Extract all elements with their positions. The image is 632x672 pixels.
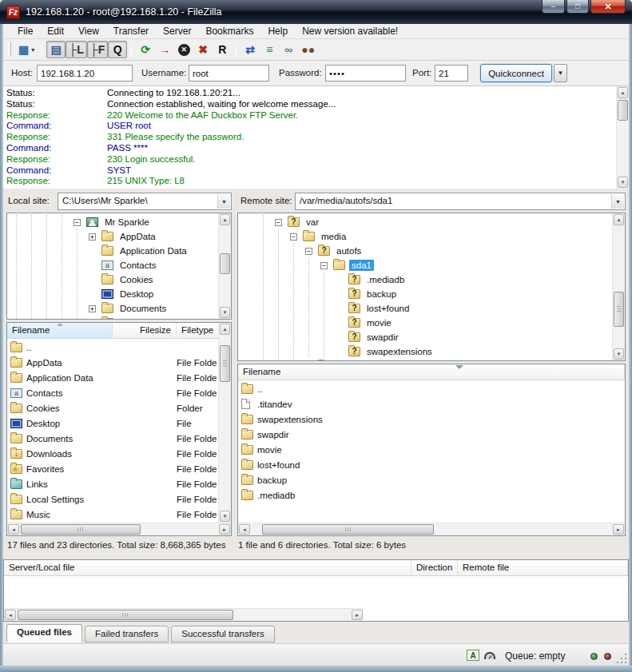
scroll-up-icon[interactable]: ▲: [220, 214, 230, 225]
queue-hscrollbar[interactable]: ◄ ►: [4, 608, 364, 621]
menu-new-version-available[interactable]: New version available!: [296, 25, 404, 38]
remote-list-hscrollbar[interactable]: ◄ ►: [238, 523, 625, 535]
file-row-links[interactable]: LinksFile Folder: [9, 476, 217, 491]
refresh-button[interactable]: ⟳: [136, 41, 155, 58]
chevron-down-icon[interactable]: ▼: [611, 194, 624, 209]
menu-help[interactable]: Help: [261, 25, 294, 38]
scroll-left-icon[interactable]: ◄: [8, 524, 19, 535]
local-site-combobox[interactable]: C:\Users\Mr Sparkle\ ▼: [58, 193, 232, 210]
local-tree-scrollbar[interactable]: ▲ ▼: [218, 213, 231, 319]
menu-file[interactable]: File: [11, 25, 39, 38]
chevron-down-icon[interactable]: ▼: [217, 194, 230, 209]
titlebar[interactable]: Fz 192.168.1.20 - root@192.168.1.20 - Fi…: [0, 0, 632, 24]
file-row-swapextensions[interactable]: swapextensions: [240, 412, 623, 427]
tree-item-cookies[interactable]: Cookies: [9, 272, 217, 287]
minus-expander-icon[interactable]: −: [275, 219, 282, 226]
compare-button[interactable]: ⇄: [240, 41, 260, 58]
tree-item-documents[interactable]: +Documents: [9, 301, 217, 316]
tree-item-movie[interactable]: movie: [256, 316, 610, 330]
file-row-music[interactable]: MusicFile Folder: [9, 507, 217, 522]
column-header-filename[interactable]: Filename: [7, 323, 113, 338]
file-row-application-data[interactable]: Application DataFile Folder: [9, 370, 217, 385]
find-button[interactable]: ●●: [298, 41, 318, 58]
toggle-queue-button[interactable]: Q: [108, 41, 127, 58]
local-list-hscrollbar[interactable]: ◄ ►: [7, 523, 231, 535]
scroll-down-icon[interactable]: ▼: [618, 177, 628, 188]
scroll-up-icon[interactable]: ▲: [220, 324, 230, 335]
close-button[interactable]: ✕: [590, 0, 626, 14]
file-row-favorites[interactable]: FavoritesFile Folder: [9, 461, 217, 476]
file-row-local-settings[interactable]: Local SettingsFile Folder: [9, 491, 217, 507]
scroll-down-icon[interactable]: ▼: [614, 348, 624, 360]
message-log-scrollbar[interactable]: ▲ ▼: [616, 86, 629, 189]
password-input[interactable]: [325, 65, 406, 82]
scrollbar-thumb[interactable]: [618, 100, 628, 121]
tab-successful-transfers[interactable]: Successful transfers: [171, 626, 275, 642]
column-header-filesize[interactable]: Filesize: [113, 323, 177, 338]
scrollbar-thumb[interactable]: [220, 253, 230, 274]
tree-item-autofs[interactable]: −autofs: [256, 244, 610, 258]
scroll-down-icon[interactable]: ▼: [220, 307, 230, 318]
menu-transfer[interactable]: Transfer: [107, 25, 155, 38]
scroll-left-icon[interactable]: ◄: [5, 610, 16, 620]
tree-item-sda1[interactable]: −sda1: [256, 258, 610, 272]
tree-item-desktop[interactable]: Desktop: [9, 287, 217, 301]
scroll-right-icon[interactable]: ►: [613, 524, 624, 535]
column-header-server-local-file[interactable]: Server/Local file: [4, 560, 411, 575]
menu-bookmarks[interactable]: Bookmarks: [199, 25, 260, 38]
local-list-scrollbar[interactable]: ▲ ▼: [218, 323, 231, 523]
tab-failed-transfers[interactable]: Failed transfers: [85, 626, 169, 642]
tree-item-mediadb[interactable]: .mediadb: [256, 272, 610, 287]
panel-collapse-icon[interactable]: [455, 365, 463, 369]
scrollbar-thumb[interactable]: [220, 345, 230, 382]
scroll-left-icon[interactable]: ◄: [239, 524, 250, 535]
toggle-message-log-button[interactable]: ▤: [46, 41, 66, 58]
plus-expander-icon[interactable]: +: [89, 305, 96, 312]
filter-button[interactable]: ≡: [260, 41, 279, 58]
tab-queued-files[interactable]: Queued files: [6, 624, 82, 642]
column-header-filename[interactable]: Filename: [238, 364, 625, 380]
tree-item-dvd[interactable]: dvd: [256, 359, 610, 361]
minus-expander-icon[interactable]: −: [290, 233, 297, 241]
tree-item-backup[interactable]: backup: [256, 287, 610, 301]
file-row-mediadb[interactable]: .mediadb: [240, 487, 623, 503]
username-input[interactable]: [189, 65, 269, 82]
remote-tree-scrollbar[interactable]: ▲ ▼: [612, 213, 625, 360]
minimize-button[interactable]: –: [542, 0, 565, 14]
menu-view[interactable]: View: [72, 25, 105, 38]
tree-item-swapextensions[interactable]: swapextensions: [256, 344, 610, 359]
tree-item-mr-sparkle[interactable]: −Mr Sparkle: [9, 215, 217, 229]
file-row-downloads[interactable]: DownloadsFile Folder: [9, 446, 217, 461]
minus-expander-icon[interactable]: −: [320, 262, 328, 269]
port-input[interactable]: [435, 65, 468, 82]
file-row-lost-found[interactable]: lost+found: [240, 457, 623, 472]
resize-grip[interactable]: [617, 654, 627, 664]
scroll-right-icon[interactable]: ►: [219, 524, 230, 535]
file-row-appdata[interactable]: AppDataFile Folder: [9, 355, 217, 370]
file-row-item[interactable]: ..: [9, 340, 217, 355]
toggle-local-tree-button[interactable]: ├L: [66, 41, 86, 58]
log-splitter[interactable]: [3, 189, 629, 192]
tree-item-media[interactable]: −media: [256, 229, 610, 244]
tree-item-var[interactable]: −var: [256, 215, 610, 229]
reconnect-button[interactable]: R: [213, 41, 232, 58]
toggle-remote-tree-button[interactable]: ├F: [87, 41, 108, 58]
scroll-up-icon[interactable]: ▲: [618, 87, 628, 98]
scrollbar-thumb[interactable]: [18, 610, 233, 620]
plus-expander-icon[interactable]: +: [89, 320, 96, 320]
column-header-remote-file[interactable]: Remote file: [458, 560, 628, 575]
file-row-desktop[interactable]: DesktopFile: [9, 416, 217, 431]
menu-edit[interactable]: Edit: [41, 25, 70, 38]
minus-expander-icon[interactable]: −: [305, 248, 312, 255]
file-row-contacts[interactable]: ContactsFile Folder: [9, 385, 217, 400]
minus-expander-icon[interactable]: −: [74, 219, 81, 226]
column-header-direction[interactable]: Direction: [411, 560, 458, 575]
file-row-backup[interactable]: backup: [240, 472, 623, 487]
file-row-item[interactable]: ..: [240, 381, 623, 396]
plus-expander-icon[interactable]: +: [89, 233, 96, 241]
scroll-up-icon[interactable]: ▲: [614, 214, 624, 225]
tree-item-contacts[interactable]: Contacts: [9, 258, 217, 272]
tree-item-swapdir[interactable]: swapdir: [256, 330, 610, 344]
file-row-cookies[interactable]: CookiesFolder: [9, 400, 217, 416]
file-row-documents[interactable]: DocumentsFile Folder: [9, 431, 217, 446]
